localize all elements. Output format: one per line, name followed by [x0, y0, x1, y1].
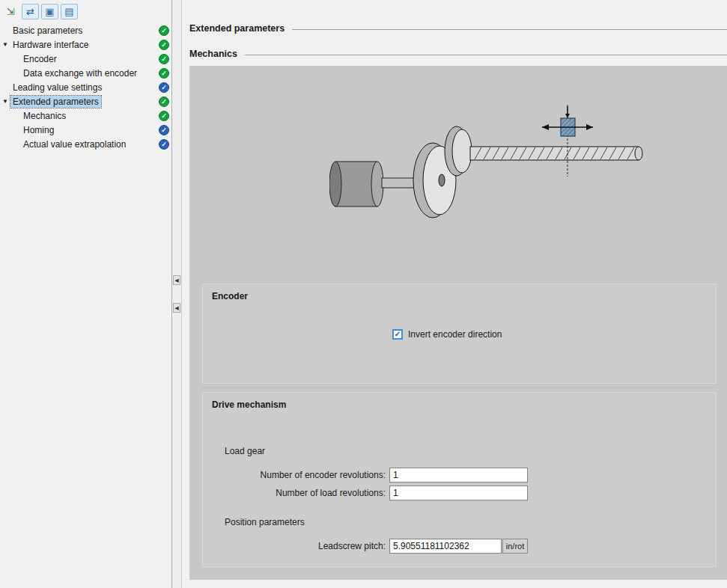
- status-green-check-icon: ✓: [159, 40, 169, 50]
- number-of-load-revolutions-input[interactable]: [389, 486, 528, 500]
- leadscrew-icon: [470, 147, 642, 160]
- encoder-section-title: Encoder: [203, 284, 716, 301]
- tree-item-label: Leading value settings: [10, 82, 104, 94]
- load-gear-label: Load gear: [225, 446, 716, 456]
- panel-view-icon-glyph: ▣: [45, 7, 54, 16]
- field-label: Number of load revolutions:: [213, 488, 389, 498]
- check-mark-icon: ✓: [395, 331, 401, 338]
- status-blue-check-icon: ✓: [159, 82, 169, 93]
- main-pane: Extended parameters Mechanics: [182, 0, 727, 588]
- leadscrew-pitch-unit: in/rot: [502, 539, 528, 554]
- pinion-gear-icon: [445, 126, 472, 176]
- tree-item-label: Extended parameters: [10, 96, 101, 108]
- functional-view-icon[interactable]: ⇲: [2, 4, 19, 19]
- field-row-number-of-encoder-revolutions: Number of encoder revolutions:: [213, 467, 716, 483]
- collapse-pane-icon[interactable]: ◀: [173, 303, 180, 313]
- load-gear-fields: Number of encoder revolutions:Number of …: [203, 467, 716, 500]
- invert-encoder-row: ✓ Invert encoder direction: [392, 329, 716, 340]
- status-green-check-icon: ✓: [159, 68, 169, 79]
- tree-item-homing[interactable]: Homing✓: [0, 123, 171, 137]
- tree-item-extended-parameters[interactable]: ▼Extended parameters✓: [0, 94, 171, 108]
- leadscrew-pitch-label: Leadscrew pitch:: [213, 541, 389, 551]
- status-blue-check-icon: ✓: [159, 139, 169, 150]
- tree-item-label: Data exchange with encoder: [21, 67, 139, 79]
- leadscrew-pitch-input[interactable]: [389, 539, 502, 554]
- tree-item-label: Mechanics: [21, 110, 68, 122]
- drive-mechanism-section: Drive mechanism Load gear Number of enco…: [202, 392, 717, 567]
- heading-rule: [292, 29, 727, 30]
- page-title: Extended parameters: [189, 23, 285, 34]
- status-green-check-icon: ✓: [159, 54, 169, 64]
- tree-item-basic-parameters[interactable]: Basic parameters✓: [0, 23, 171, 37]
- heading-rule: [245, 55, 727, 55]
- pane-splitter[interactable]: ◀ ◀: [172, 0, 182, 588]
- invert-encoder-label: Invert encoder direction: [408, 329, 502, 340]
- drive-section-title: Drive mechanism: [203, 393, 716, 410]
- field-row-number-of-load-revolutions: Number of load revolutions:: [213, 485, 716, 500]
- motor-icon: [329, 162, 421, 206]
- section-heading: Extended parameters: [189, 23, 727, 34]
- subsection-heading: Mechanics: [189, 49, 727, 59]
- tree-item-encoder[interactable]: Encoder✓: [0, 52, 171, 66]
- expand-collapse-icon[interactable]: ▼: [0, 41, 10, 48]
- tree-item-mechanics[interactable]: Mechanics✓: [0, 108, 171, 123]
- number-of-encoder-revolutions-input[interactable]: [389, 468, 528, 483]
- tree-item-hardware-interface[interactable]: ▼Hardware interface✓: [0, 37, 171, 52]
- panel-list-view-icon-glyph: ▤: [64, 7, 73, 16]
- tree-item-label: Encoder: [21, 53, 59, 65]
- tree-item-label: Actual value extrapolation: [21, 138, 128, 150]
- tree-item-leading-value-settings[interactable]: Leading value settings✓: [0, 80, 171, 94]
- page-subtitle: Mechanics: [189, 49, 237, 59]
- tree-item-actual-value-extrapolation[interactable]: Actual value extrapolation✓: [0, 137, 171, 151]
- leadscrew-pitch-row: Leadscrew pitch: in/rot: [213, 538, 716, 554]
- app-window: ⇲⇄▣▤ Basic parameters✓▼Hardware interfac…: [0, 0, 727, 588]
- panel-view-icon[interactable]: ▣: [41, 4, 58, 19]
- panel-list-view-icon[interactable]: ▤: [61, 4, 78, 19]
- status-green-check-icon: ✓: [159, 111, 169, 121]
- field-label: Number of encoder revolutions:: [213, 470, 389, 480]
- status-green-check-icon: ✓: [159, 97, 169, 107]
- tree-item-label: Basic parameters: [10, 25, 85, 37]
- tree-item-label: Homing: [21, 124, 56, 136]
- tree-item-data-exchange-with-encoder[interactable]: Data exchange with encoder✓: [0, 66, 171, 80]
- invert-encoder-checkbox[interactable]: ✓: [392, 329, 403, 340]
- swap-panels-icon-glyph: ⇄: [26, 7, 34, 16]
- expand-collapse-icon[interactable]: ▼: [0, 98, 10, 105]
- navigation-sidebar: ⇲⇄▣▤ Basic parameters✓▼Hardware interfac…: [0, 0, 172, 588]
- mechanics-panel: Encoder ✓ Invert encoder direction Drive…: [189, 66, 727, 580]
- position-parameters-label: Position parameters: [225, 517, 716, 527]
- config-tree: Basic parameters✓▼Hardware interface✓Enc…: [0, 22, 171, 588]
- functional-view-icon-glyph: ⇲: [7, 7, 15, 16]
- position-marker-icon: [542, 105, 593, 177]
- collapse-pane-icon[interactable]: ◀: [173, 275, 180, 285]
- status-green-check-icon: ✓: [159, 25, 169, 36]
- drive-mechanism-illustration: [329, 102, 651, 240]
- swap-panels-icon[interactable]: ⇄: [22, 4, 39, 19]
- tree-item-label: Hardware interface: [10, 39, 91, 51]
- status-blue-check-icon: ✓: [159, 125, 169, 135]
- encoder-section: Encoder ✓ Invert encoder direction: [202, 284, 717, 384]
- toolbar: ⇲⇄▣▤: [0, 0, 171, 22]
